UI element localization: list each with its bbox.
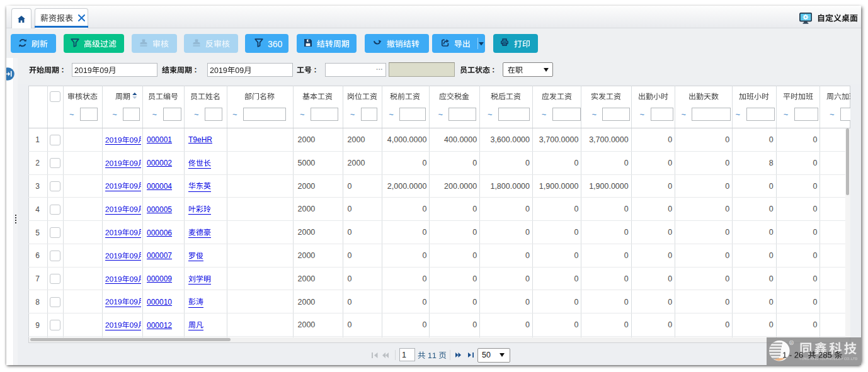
svg-text:R: R — [790, 341, 792, 345]
